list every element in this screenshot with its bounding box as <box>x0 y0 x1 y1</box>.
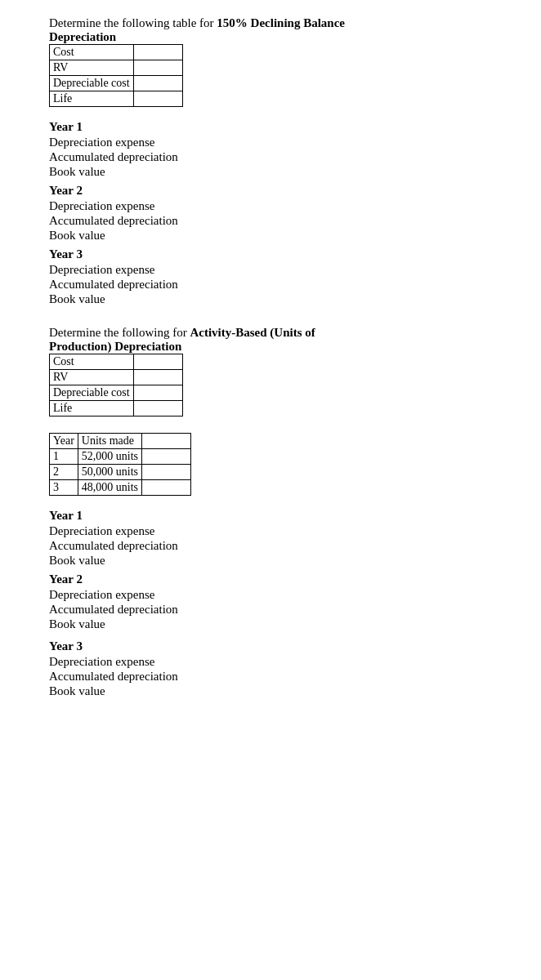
units-made-table: Year Units made 1 52,000 units 2 50,000 … <box>49 433 191 496</box>
year2-accumulated-depreciation: Accumulated depreciation <box>49 214 492 228</box>
s2-year1-depreciation-expense: Depreciation expense <box>49 524 492 538</box>
cost-input[interactable] <box>133 45 182 60</box>
s2-year2-book-value: Book value <box>49 617 492 631</box>
units-value-2: 50,000 units <box>78 465 141 480</box>
s2-year3-accumulated-depreciation: Accumulated depreciation <box>49 670 492 684</box>
section2-input-table: Cost RV Depreciable cost Life <box>49 354 183 416</box>
rv-label: RV <box>50 60 134 76</box>
section1-input-table: Cost RV Depreciable cost Life <box>49 44 183 107</box>
units-year-1: 1 <box>50 449 78 465</box>
units-made-header: Units made <box>78 434 141 449</box>
section1-year3: Year 3 Depreciation expense Accumulated … <box>49 247 492 306</box>
section2-title-bold: Activity-Based (Units of <box>190 326 315 339</box>
s2-year2-accumulated-depreciation: Accumulated depreciation <box>49 603 492 617</box>
year2-label: Year 2 <box>49 184 492 198</box>
section2-intro: Determine the following for Activity-Bas… <box>49 326 492 340</box>
section1-intro-text: Determine the following table for <box>49 16 217 29</box>
section2-year1: Year 1 Depreciation expense Accumulated … <box>49 509 492 568</box>
section2-year2: Year 2 Depreciation expense Accumulated … <box>49 572 492 631</box>
s2-year2-depreciation-expense: Depreciation expense <box>49 588 492 602</box>
s2-year2-label: Year 2 <box>49 572 492 586</box>
year3-depreciation-expense: Depreciation expense <box>49 263 492 277</box>
s2-year3-book-value: Book value <box>49 684 492 698</box>
year2-book-value: Book value <box>49 229 492 243</box>
table-row: Cost <box>50 45 183 60</box>
section1-year2: Year 2 Depreciation expense Accumulated … <box>49 184 492 243</box>
units-row1-input[interactable] <box>142 449 191 465</box>
units-header-input[interactable] <box>142 434 191 449</box>
s2-year3-label: Year 3 <box>49 639 492 653</box>
s2-cost-label: Cost <box>50 354 134 370</box>
table-row: RV <box>50 60 183 76</box>
section1-years: Year 1 Depreciation expense Accumulated … <box>49 120 492 306</box>
table-row: RV <box>50 370 183 385</box>
units-row-2: 2 50,000 units <box>50 465 191 480</box>
s2-year3-depreciation-expense: Depreciation expense <box>49 655 492 669</box>
s2-rv-input[interactable] <box>133 370 182 385</box>
year1-book-value: Book value <box>49 165 492 179</box>
table-row: Depreciable cost <box>50 76 183 91</box>
s2-year1-label: Year 1 <box>49 509 492 523</box>
units-year-3: 3 <box>50 480 78 496</box>
table-row: Cost <box>50 354 183 370</box>
year-header: Year <box>50 434 78 449</box>
year3-label: Year 3 <box>49 247 492 261</box>
section2-years: Year 1 Depreciation expense Accumulated … <box>49 509 492 698</box>
depreciable-cost-input[interactable] <box>133 76 182 91</box>
units-value-1: 52,000 units <box>78 449 141 465</box>
section1-intro: Determine the following table for 150% D… <box>49 16 492 30</box>
section2-intro-text: Determine the following for <box>49 326 190 339</box>
units-row-1: 1 52,000 units <box>50 449 191 465</box>
year1-accumulated-depreciation: Accumulated depreciation <box>49 150 492 164</box>
s2-depreciable-cost-input[interactable] <box>133 385 182 401</box>
year3-book-value: Book value <box>49 292 492 306</box>
table-row: Life <box>50 401 183 416</box>
s2-life-label: Life <box>50 401 134 416</box>
rv-input[interactable] <box>133 60 182 76</box>
s2-life-input[interactable] <box>133 401 182 416</box>
life-label: Life <box>50 91 134 107</box>
units-year-2: 2 <box>50 465 78 480</box>
s2-cost-input[interactable] <box>133 354 182 370</box>
section2-year3: Year 3 Depreciation expense Accumulated … <box>49 639 492 698</box>
s2-year1-accumulated-depreciation: Accumulated depreciation <box>49 539 492 553</box>
life-input[interactable] <box>133 91 182 107</box>
year1-depreciation-expense: Depreciation expense <box>49 136 492 149</box>
year2-depreciation-expense: Depreciation expense <box>49 199 492 213</box>
units-row3-input[interactable] <box>142 480 191 496</box>
s2-year1-book-value: Book value <box>49 554 492 568</box>
units-header-row: Year Units made <box>50 434 191 449</box>
table-row: Life <box>50 91 183 107</box>
section-2: Determine the following for Activity-Bas… <box>49 326 492 698</box>
depreciable-cost-label: Depreciable cost <box>50 76 134 91</box>
section2-title2: Production) Depreciation <box>49 340 492 354</box>
section1-title-bold: 150% Declining Balance <box>217 16 345 29</box>
table-row: Depreciable cost <box>50 385 183 401</box>
units-row2-input[interactable] <box>142 465 191 480</box>
units-row-3: 3 48,000 units <box>50 480 191 496</box>
section-1: Determine the following table for 150% D… <box>49 16 492 306</box>
units-value-3: 48,000 units <box>78 480 141 496</box>
cost-label: Cost <box>50 45 134 60</box>
section1-year1: Year 1 Depreciation expense Accumulated … <box>49 120 492 179</box>
s2-rv-label: RV <box>50 370 134 385</box>
year3-accumulated-depreciation: Accumulated depreciation <box>49 278 492 292</box>
year1-label: Year 1 <box>49 120 492 134</box>
section1-title2: Depreciation <box>49 30 492 44</box>
s2-depreciable-cost-label: Depreciable cost <box>50 385 134 401</box>
